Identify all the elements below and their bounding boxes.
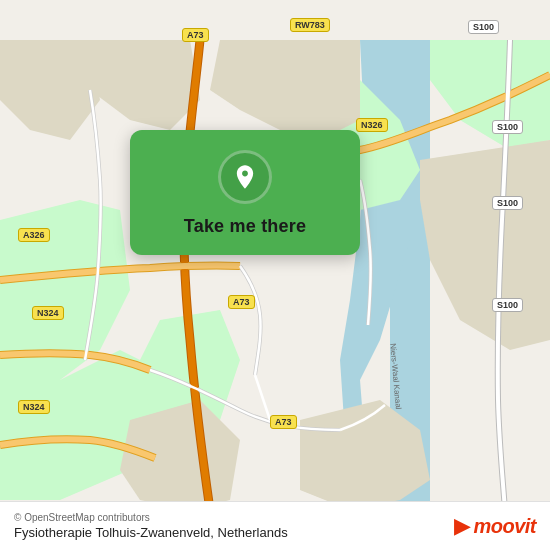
moovit-logo-text: moovit: [473, 515, 536, 538]
location-title: Fysiotherapie Tolhuis-Zwanenveld, Nether…: [14, 525, 288, 540]
svg-marker-8: [90, 40, 200, 130]
map-container: Niers-Waal Kanaal A73 RW783 S100 S100 S1…: [0, 0, 550, 550]
map-attribution: © OpenStreetMap contributors: [14, 512, 288, 523]
bottom-bar-info: © OpenStreetMap contributors Fysiotherap…: [14, 512, 288, 540]
bottom-bar: © OpenStreetMap contributors Fysiotherap…: [0, 501, 550, 550]
svg-marker-9: [420, 140, 550, 350]
svg-marker-7: [210, 40, 360, 140]
svg-marker-6: [430, 40, 550, 150]
location-pin-icon: [231, 163, 259, 191]
map-svg: Niers-Waal Kanaal: [0, 0, 550, 550]
moovit-arrow-icon: ▶: [454, 513, 471, 539]
location-icon-container: [218, 150, 272, 204]
svg-marker-10: [0, 40, 100, 140]
card-button-label: Take me there: [184, 216, 306, 237]
moovit-logo: ▶ moovit: [454, 513, 536, 539]
navigation-card[interactable]: Take me there: [130, 130, 360, 255]
